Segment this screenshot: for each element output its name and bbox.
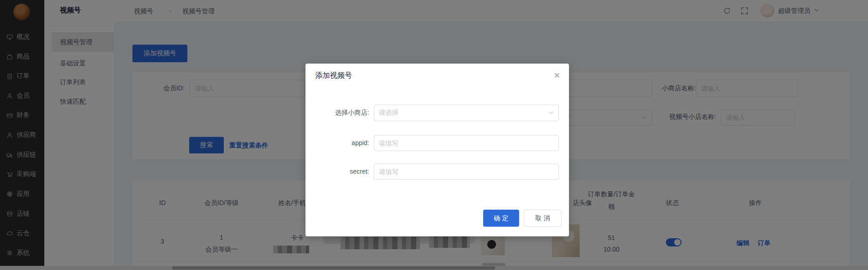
modal-appid-input[interactable] — [374, 135, 559, 151]
modal-title: 添加视频号 — [315, 71, 352, 81]
select-placeholder: 请选择 — [379, 109, 398, 117]
modal-field-label-secret: secret: — [305, 168, 369, 175]
page: 概况 商品 订单 会员 财务 供应商 供应链 采购端 应用 店铺 — [0, 0, 868, 270]
modal-secret-input[interactable] — [374, 164, 559, 180]
add-video-account-modal: 添加视频号 × 选择小商店: 请选择 appid: secret: 确 定 取 … — [305, 64, 569, 236]
close-icon[interactable]: × — [551, 70, 563, 81]
confirm-button[interactable]: 确 定 — [483, 210, 519, 227]
modal-shop-select[interactable]: 请选择 — [374, 105, 559, 121]
chevron-down-icon — [548, 110, 554, 116]
cancel-button[interactable]: 取 消 — [524, 210, 562, 227]
modal-field-label-appid: appid: — [305, 139, 369, 147]
modal-field-label-shop: 选择小商店: — [305, 109, 369, 117]
